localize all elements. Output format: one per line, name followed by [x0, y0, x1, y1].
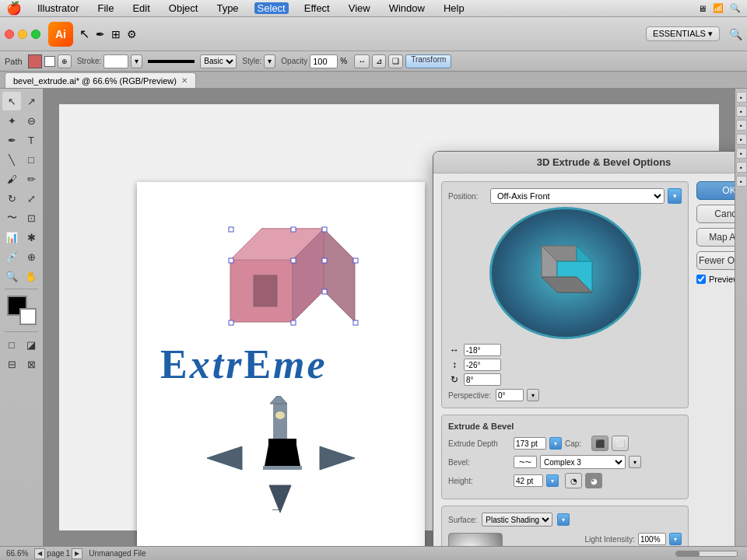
x-angle-input[interactable]	[464, 344, 501, 356]
blend-tool[interactable]: ⊕	[22, 247, 40, 266]
type-tool[interactable]: T	[22, 131, 40, 149]
tool-view[interactable]: ⊞	[111, 28, 121, 40]
cap-on-btn[interactable]: ⬛	[591, 436, 608, 451]
page-prev-btn[interactable]: ◀	[34, 548, 45, 559]
perspective-dropdown[interactable]: ▾	[527, 389, 539, 401]
warp-tool[interactable]: 〜	[2, 208, 21, 227]
zoom-tool[interactable]: 🔍	[2, 267, 21, 285]
pen-tool[interactable]: ✒	[2, 131, 21, 149]
direct-selection-tool[interactable]: ↗	[22, 92, 40, 110]
extrude-depth-dropdown[interactable]: ▾	[549, 437, 562, 450]
right-tool-7[interactable]: ▪	[736, 176, 747, 187]
bevel-outside-btn[interactable]: ◕	[585, 473, 602, 488]
search-btn[interactable]: 🔍	[729, 28, 742, 40]
stroke-type-select[interactable]: Basic	[200, 54, 237, 68]
bevel-dropdown-btn[interactable]: ▾	[629, 456, 641, 468]
position-arrow-btn[interactable]: ▾	[668, 188, 682, 204]
menu-effect[interactable]: Effect	[301, 2, 333, 14]
right-tool-3[interactable]: ▪	[736, 120, 747, 131]
pencil-tool[interactable]: ✏	[22, 170, 40, 188]
right-tool-2[interactable]: ▪	[736, 106, 747, 117]
lasso-tool[interactable]: ⊖	[22, 111, 40, 130]
z-angle-input[interactable]	[464, 373, 501, 386]
menu-help[interactable]: Help	[440, 2, 468, 14]
right-tool-6[interactable]: ▪	[736, 162, 747, 173]
cap-off-btn[interactable]: ⬜	[612, 436, 629, 451]
right-tool-5[interactable]: ▪	[736, 148, 747, 159]
tab-close-btn[interactable]: ✕	[181, 76, 188, 85]
height-dropdown[interactable]: ▾	[546, 474, 559, 487]
arrange-btn[interactable]: ❑	[388, 54, 403, 68]
position-dropdown[interactable]: Off-Axis Front	[490, 188, 665, 204]
stroke-input[interactable]	[103, 54, 128, 68]
cancel-button[interactable]: Cancel	[696, 205, 735, 223]
canvas-area[interactable]: ExtrEme	[44, 89, 735, 546]
paintbrush-tool[interactable]: 🖌	[2, 170, 21, 188]
surface-dropdown-btn[interactable]: ▾	[557, 513, 570, 526]
ok-button[interactable]: OK	[696, 181, 735, 200]
chart-tool[interactable]: 📊	[2, 228, 21, 247]
mode-button[interactable]: ⊕	[58, 54, 72, 68]
search-icon[interactable]: 🔍	[730, 3, 741, 13]
right-tool-4[interactable]: ▪	[736, 134, 747, 145]
fewer-options-button[interactable]: Fewer Options	[696, 251, 735, 270]
document-tab[interactable]: bevel_extrude.ai* @ 66.6% (RGB/Preview) …	[5, 72, 196, 88]
menu-object[interactable]: Object	[166, 2, 202, 14]
extrude-depth-input[interactable]	[514, 437, 546, 450]
fill-color-swatch[interactable]	[28, 54, 42, 68]
transform-btn[interactable]: Transform	[405, 54, 451, 68]
path-label: Path	[5, 57, 23, 66]
scale-tool[interactable]: ⤢	[22, 189, 40, 208]
style-btn[interactable]: ▾	[264, 54, 275, 68]
light-intensity-dropdown[interactable]: ▾	[669, 533, 682, 545]
eyedropper-tool[interactable]: 💉	[2, 247, 21, 266]
hand-tool[interactable]: ✋	[22, 267, 40, 285]
map-art-button[interactable]: Map Art...	[696, 228, 735, 247]
light-intensity-input[interactable]	[638, 533, 666, 545]
free-transform-tool[interactable]: ⊡	[22, 208, 40, 227]
scrollbar-horizontal[interactable]	[675, 551, 738, 557]
rotate-tool[interactable]: ↻	[2, 189, 21, 208]
bevel-inside-btn[interactable]: ◔	[565, 473, 582, 488]
minimize-button[interactable]	[18, 30, 27, 39]
tool-arrow[interactable]: ↖	[79, 26, 89, 41]
symbol-tool[interactable]: ✱	[22, 228, 40, 247]
y-angle-input[interactable]	[464, 359, 501, 371]
opacity-input[interactable]	[310, 54, 338, 68]
svg-marker-18	[270, 396, 287, 404]
mode-btn[interactable]: □	[2, 335, 21, 354]
background-swatch[interactable]	[19, 308, 37, 325]
tool-pen[interactable]: ✒	[96, 28, 105, 40]
menu-view[interactable]: View	[345, 2, 374, 14]
line-tool[interactable]: ╲	[2, 150, 21, 169]
align-btn[interactable]: ↔	[354, 54, 370, 68]
page-label: page	[47, 549, 64, 558]
essentials-dropdown[interactable]: ESSENTIALS ▾	[646, 26, 720, 41]
menu-edit[interactable]: Edit	[129, 2, 153, 14]
shape-tool[interactable]: □	[22, 150, 40, 169]
distribute-btn[interactable]: ⊿	[372, 54, 386, 68]
maximize-button[interactable]	[31, 30, 40, 39]
menu-window[interactable]: Window	[386, 2, 428, 14]
menu-file[interactable]: File	[94, 2, 117, 14]
screen-mode2[interactable]: ⊠	[22, 355, 40, 373]
surface-select[interactable]: Plastic Shading	[482, 513, 552, 527]
selection-tool[interactable]: ↖	[2, 92, 21, 110]
preview-checkbox[interactable]	[696, 275, 706, 284]
apple-menu[interactable]: 🍎	[6, 1, 22, 16]
mode-btn2[interactable]: ◪	[22, 335, 40, 354]
height-input[interactable]	[514, 474, 543, 487]
menu-illustrator[interactable]: Illustrator	[34, 2, 82, 14]
bevel-type-select[interactable]: Complex 3	[540, 455, 626, 469]
tool-settings[interactable]: ⚙	[127, 28, 137, 40]
magic-wand-tool[interactable]: ✦	[2, 111, 21, 130]
perspective-input[interactable]	[496, 389, 524, 401]
menu-select[interactable]: Select	[254, 2, 289, 14]
menu-type[interactable]: Type	[213, 2, 241, 14]
close-button[interactable]	[5, 30, 14, 39]
page-next-btn[interactable]: ▶	[72, 548, 82, 559]
stroke-unit[interactable]: ▾	[131, 54, 142, 68]
right-tool-1[interactable]: ▪	[736, 92, 747, 103]
screen-mode[interactable]: ⊟	[2, 355, 21, 373]
stroke-color-swatch[interactable]	[44, 56, 55, 67]
